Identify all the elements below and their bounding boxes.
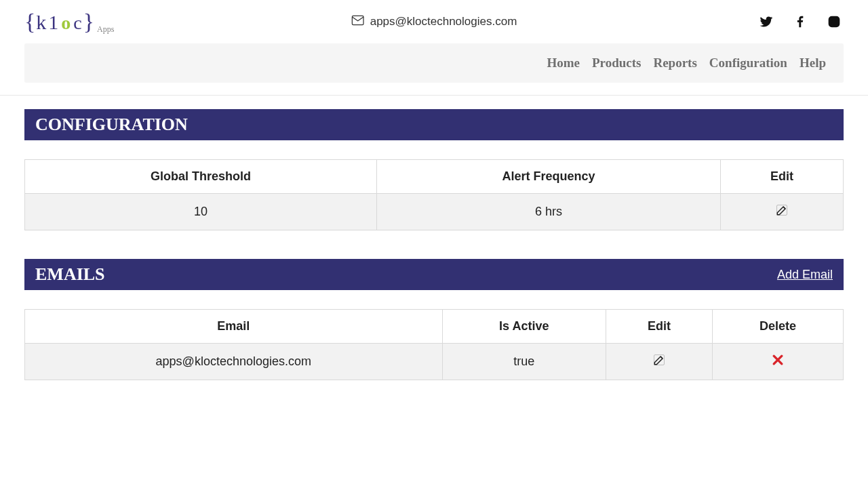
col-global-threshold: Global Threshold (25, 160, 377, 194)
col-edit: Edit (720, 160, 843, 194)
nav-configuration[interactable]: Configuration (709, 56, 787, 70)
table-header-row: Global Threshold Alert Frequency Edit (25, 160, 844, 194)
delete-button[interactable] (771, 353, 785, 367)
logo[interactable]: {k1oc}Apps (24, 9, 114, 35)
col-email: Email (25, 310, 443, 344)
emails-table: Email Is Active Edit Delete apps@kloctec… (24, 309, 844, 380)
header-email-text: apps@kloctechnologies.com (370, 15, 517, 28)
svg-rect-4 (776, 205, 787, 216)
edit-button[interactable] (775, 203, 789, 217)
col-delete: Delete (712, 310, 843, 344)
table-row: 10 6 hrs (25, 194, 844, 230)
svg-point-3 (837, 18, 838, 19)
section-title: EMAILS (35, 264, 105, 285)
envelope-icon (351, 14, 365, 30)
table-row: apps@kloctechnologies.com true (25, 344, 844, 380)
svg-point-2 (832, 20, 837, 24)
main-nav: Home Products Reports Configuration Help (24, 43, 844, 83)
svg-rect-0 (352, 16, 363, 24)
nav-home[interactable]: Home (547, 56, 580, 70)
configuration-table: Global Threshold Alert Frequency Edit 10… (24, 159, 844, 230)
nav-help[interactable]: Help (800, 56, 826, 70)
svg-rect-5 (654, 355, 664, 365)
facebook-icon[interactable] (793, 15, 807, 28)
section-title: CONFIGURATION (35, 115, 188, 135)
instagram-icon[interactable] (827, 15, 841, 28)
col-alert-frequency: Alert Frequency (377, 160, 721, 194)
section-header-configuration: CONFIGURATION (24, 109, 844, 140)
cell-active: true (442, 344, 606, 380)
divider (0, 95, 868, 96)
cell-frequency: 6 hrs (377, 194, 721, 230)
nav-products[interactable]: Products (592, 56, 641, 70)
table-header-row: Email Is Active Edit Delete (25, 310, 844, 344)
cell-threshold: 10 (25, 194, 377, 230)
top-bar: {k1oc}Apps apps@kloctechnologies.com (0, 0, 868, 43)
header-email[interactable]: apps@kloctechnologies.com (351, 14, 517, 30)
add-email-link[interactable]: Add Email (777, 268, 833, 282)
social-links (760, 15, 841, 28)
col-is-active: Is Active (442, 310, 606, 344)
nav-reports[interactable]: Reports (653, 56, 696, 70)
cell-email: apps@kloctechnologies.com (25, 344, 443, 380)
twitter-icon[interactable] (760, 15, 773, 28)
col-edit: Edit (606, 310, 712, 344)
edit-button[interactable] (652, 353, 666, 367)
section-header-emails: EMAILS Add Email (24, 259, 844, 290)
